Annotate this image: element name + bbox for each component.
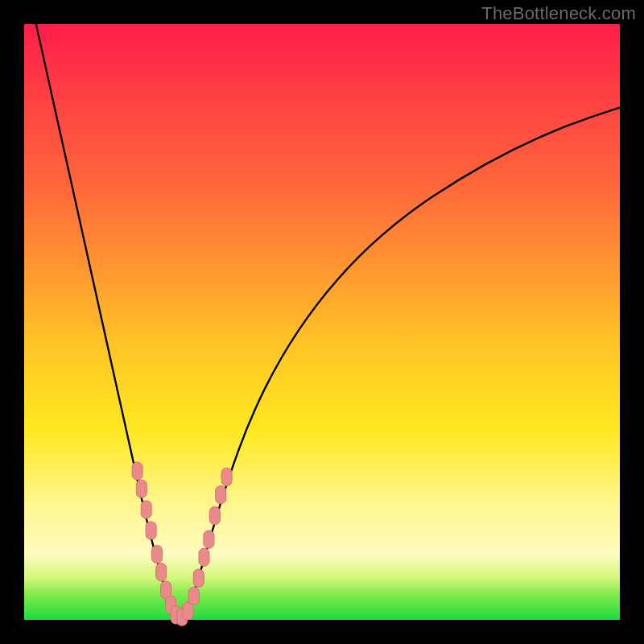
curve-marker: [141, 501, 151, 518]
curve-marker: [146, 522, 156, 539]
curve-marker: [216, 486, 226, 504]
curve-marker: [204, 530, 214, 548]
watermark-text: TheBottleneck.com: [481, 3, 636, 24]
bottleneck-curve: [24, 24, 620, 620]
curve-marker: [209, 507, 220, 525]
curve-marker: [199, 548, 209, 566]
curve-marker: [132, 462, 142, 480]
curve-markers: [132, 462, 232, 625]
curve-right-branch: [185, 108, 620, 620]
curve-marker: [156, 564, 167, 581]
curve-marker: [221, 468, 232, 485]
curve-marker: [152, 546, 163, 564]
curve-marker: [136, 480, 147, 497]
curve-marker: [188, 587, 199, 605]
plot-area: [24, 24, 620, 620]
chart-frame: TheBottleneck.com: [0, 0, 644, 644]
curve-marker: [193, 569, 204, 587]
